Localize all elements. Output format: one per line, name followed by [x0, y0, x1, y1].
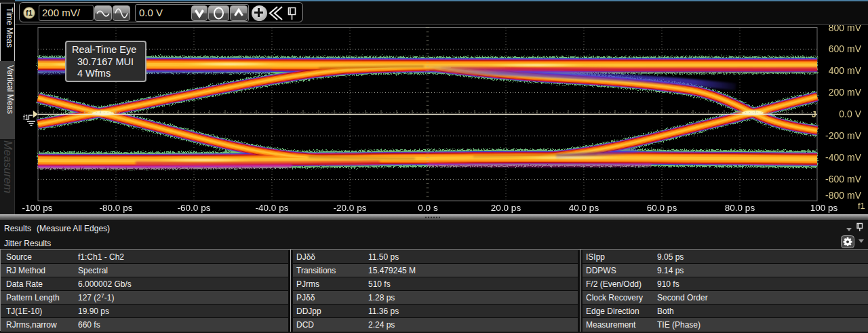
svg-text:200 mV: 200 mV [829, 87, 862, 98]
svg-text:0.0 V: 0.0 V [839, 109, 861, 119]
svg-text:-100 ps: -100 ps [22, 203, 52, 213]
svg-text:f1: f1 [858, 201, 865, 211]
svg-text:-20.0 ps: -20.0 ps [334, 203, 367, 213]
svg-text:80.0 ps: 80.0 ps [725, 203, 755, 213]
svg-text:0.0 s: 0.0 s [418, 203, 438, 213]
svg-text:60.0 ps: 60.0 ps [647, 203, 677, 213]
svg-text:800 mV: 800 mV [829, 25, 862, 33]
svg-text:-60.0 ps: -60.0 ps [178, 203, 211, 213]
svg-text:100 ps: 100 ps [810, 203, 838, 213]
svg-text:f1: f1 [23, 114, 29, 121]
svg-text:40.0 ps: 40.0 ps [569, 203, 599, 213]
svg-text:-800 mV: -800 mV [825, 190, 862, 201]
svg-text:-80.0 ps: -80.0 ps [100, 203, 133, 213]
svg-text:20.0 ps: 20.0 ps [491, 203, 521, 213]
svg-text:600 mV: 600 mV [829, 43, 862, 54]
svg-text:-600 mV: -600 mV [825, 174, 862, 184]
svg-text:-40.0 ps: -40.0 ps [256, 203, 289, 213]
svg-text:-400 mV: -400 mV [825, 152, 862, 163]
svg-text:-200 mV: -200 mV [825, 130, 862, 141]
svg-text:J: J [812, 110, 816, 119]
svg-text:400 mV: 400 mV [829, 65, 862, 76]
